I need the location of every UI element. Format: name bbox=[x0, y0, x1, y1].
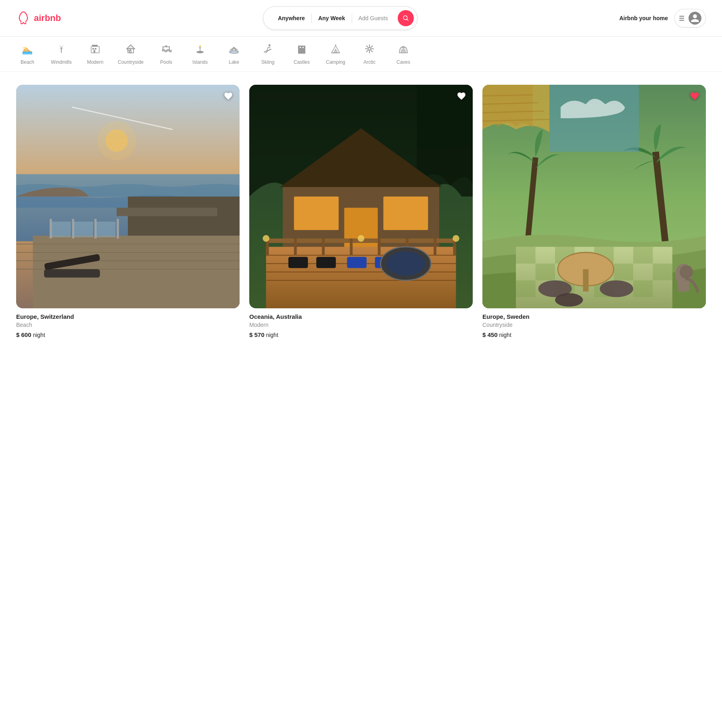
listing-price-1: $ 600 night bbox=[16, 331, 240, 338]
avatar bbox=[689, 12, 701, 25]
svg-rect-34 bbox=[303, 49, 305, 51]
svg-rect-106 bbox=[516, 280, 535, 297]
category-islands-label: Islands bbox=[192, 59, 208, 65]
listing-type-2: Modern bbox=[249, 322, 473, 328]
svg-rect-105 bbox=[653, 264, 672, 280]
category-lake[interactable]: Lake bbox=[223, 43, 245, 68]
logo[interactable]: airbnb bbox=[16, 11, 61, 25]
svg-rect-86 bbox=[316, 257, 336, 268]
week-search[interactable]: Any Week bbox=[312, 13, 352, 23]
listing-location-2: Oceania, Australia bbox=[249, 313, 473, 320]
listing-image-wrapper-3 bbox=[482, 85, 706, 308]
listing-card-2[interactable]: Oceania, Australia Modern $ 570 night bbox=[249, 85, 473, 338]
category-arctic[interactable]: Arctic bbox=[358, 43, 381, 68]
svg-rect-31 bbox=[298, 46, 305, 47]
svg-rect-87 bbox=[347, 257, 366, 268]
category-lake-label: Lake bbox=[229, 59, 239, 65]
hamburger-icon: ☰ bbox=[679, 15, 684, 22]
header-right: Airbnb your home ☰ bbox=[619, 9, 706, 27]
category-windmills[interactable]: Windmills bbox=[50, 43, 73, 68]
category-beach-label: Beach bbox=[21, 59, 34, 65]
location-search[interactable]: Anywhere bbox=[271, 13, 312, 23]
listing-price-3: $ 450 night bbox=[482, 331, 706, 338]
category-castles-label: Castles bbox=[294, 59, 310, 65]
svg-point-23 bbox=[230, 51, 238, 53]
svg-rect-59 bbox=[73, 222, 93, 237]
svg-point-114 bbox=[555, 293, 583, 307]
listing-location-3: Europe, Sweden bbox=[482, 313, 706, 320]
svg-point-22 bbox=[199, 45, 201, 47]
svg-point-42 bbox=[403, 47, 404, 48]
listing-location-1: Europe, Switzerland bbox=[16, 313, 240, 320]
svg-rect-109 bbox=[633, 280, 653, 297]
search-button[interactable] bbox=[398, 10, 414, 26]
svg-rect-1 bbox=[61, 49, 62, 53]
category-camping-label: Camping bbox=[326, 59, 345, 65]
svg-text:🏊: 🏊 bbox=[22, 44, 33, 54]
category-camping[interactable]: Camping bbox=[324, 43, 347, 68]
svg-rect-101 bbox=[633, 247, 653, 264]
listing-info-1: Europe, Switzerland Beach $ 600 night bbox=[16, 308, 240, 338]
svg-rect-122 bbox=[549, 85, 639, 152]
svg-point-93 bbox=[358, 235, 365, 242]
category-pools-label: Pools bbox=[160, 59, 172, 65]
listing-price-2: $ 570 night bbox=[249, 331, 473, 338]
category-windmills-label: Windmills bbox=[51, 59, 71, 65]
svg-point-117 bbox=[680, 265, 693, 278]
category-beach[interactable]: 🏊 Beach bbox=[16, 43, 39, 68]
category-bar: 🏊 Beach Windmills bbox=[0, 37, 722, 72]
category-caves[interactable]: Caves bbox=[392, 43, 415, 68]
svg-rect-33 bbox=[299, 49, 300, 51]
wishlist-button-2[interactable] bbox=[455, 90, 468, 103]
category-pools[interactable]: Pools bbox=[155, 43, 177, 68]
svg-rect-69 bbox=[383, 197, 428, 230]
category-modern-label: Modern bbox=[87, 59, 104, 65]
listing-image-wrapper-2 bbox=[249, 85, 473, 308]
svg-rect-8 bbox=[92, 48, 94, 50]
svg-rect-98 bbox=[516, 247, 535, 264]
wishlist-button-1[interactable] bbox=[222, 90, 235, 103]
svg-rect-60 bbox=[96, 222, 116, 237]
svg-rect-68 bbox=[294, 197, 339, 230]
category-countryside[interactable]: Countryside bbox=[118, 43, 144, 68]
svg-rect-15 bbox=[128, 49, 130, 51]
svg-rect-80 bbox=[350, 238, 353, 255]
svg-point-113 bbox=[600, 280, 633, 297]
search-bar[interactable]: Anywhere Any Week Add Guests bbox=[263, 6, 417, 30]
svg-point-63 bbox=[97, 121, 136, 160]
guests-search[interactable]: Add Guests bbox=[352, 13, 394, 23]
svg-point-19 bbox=[165, 45, 167, 47]
svg-rect-46 bbox=[117, 208, 217, 216]
svg-rect-11 bbox=[92, 45, 98, 46]
listing-card-1[interactable]: Europe, Switzerland Beach $ 600 night bbox=[16, 85, 240, 338]
header: airbnb Anywhere Any Week Add Guests Airb… bbox=[0, 0, 722, 37]
svg-rect-79 bbox=[322, 238, 325, 255]
svg-rect-58 bbox=[51, 222, 71, 237]
header-menu[interactable]: ☰ bbox=[674, 9, 706, 27]
svg-rect-81 bbox=[378, 238, 381, 255]
category-skiing-label: Skiing bbox=[261, 59, 275, 65]
svg-rect-102 bbox=[536, 264, 555, 280]
category-skiing[interactable]: Skiing bbox=[257, 43, 279, 68]
svg-rect-83 bbox=[434, 238, 436, 255]
svg-rect-10 bbox=[94, 50, 95, 53]
category-modern[interactable]: Modern bbox=[84, 43, 106, 68]
listing-image-wrapper-1 bbox=[16, 85, 240, 308]
listing-card-3[interactable]: Europe, Sweden Countryside $ 450 night bbox=[482, 85, 706, 338]
svg-rect-9 bbox=[95, 48, 96, 50]
listing-type-3: Countryside bbox=[482, 322, 706, 328]
listing-info-3: Europe, Sweden Countryside $ 450 night bbox=[482, 308, 706, 338]
wishlist-button-3[interactable] bbox=[688, 90, 701, 103]
airbnb-home-link[interactable]: Airbnb your home bbox=[619, 15, 668, 21]
svg-rect-111 bbox=[583, 269, 588, 291]
category-castles[interactable]: Castles bbox=[290, 43, 313, 68]
listing-type-1: Beach bbox=[16, 322, 240, 328]
category-arctic-label: Arctic bbox=[363, 59, 376, 65]
listing-info-2: Oceania, Australia Modern $ 570 night bbox=[249, 308, 473, 338]
svg-point-91 bbox=[263, 235, 269, 242]
listings-grid: Europe, Switzerland Beach $ 600 night bbox=[16, 85, 706, 338]
svg-rect-55 bbox=[117, 219, 119, 238]
svg-point-24 bbox=[269, 44, 271, 46]
svg-rect-85 bbox=[288, 257, 308, 268]
category-islands[interactable]: Islands bbox=[189, 43, 211, 68]
